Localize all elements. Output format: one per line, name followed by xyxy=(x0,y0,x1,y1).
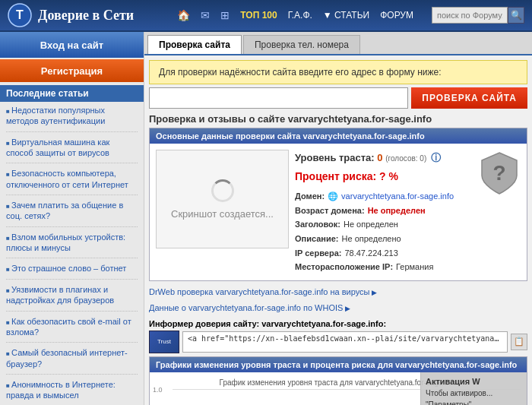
domain-row: Домен: 🌐 varvarychtetyana.for-sage.info xyxy=(295,189,473,204)
svg-text:?: ? xyxy=(492,161,505,185)
loading-spinner xyxy=(211,179,234,202)
sidebar-article-link[interactable]: Самый безопасный интернет-браузер? xyxy=(6,347,138,369)
header-row: Заголовок: Не определен xyxy=(295,217,473,232)
trust-label: Уровень траста: xyxy=(295,152,375,163)
sidebar-article-item: Анонимность в Интернете: правда и вымысе… xyxy=(6,379,138,405)
sidebar: Вход на сайт Регистрация Последние стать… xyxy=(0,32,144,405)
y-label-top: 1.0 xyxy=(153,386,163,394)
sidebar-article-item: Взлом мобильных устройств: плюсы и минус… xyxy=(6,232,138,259)
logo-text: Доверие в Сети xyxy=(38,8,134,24)
age-label: Возраст домена: xyxy=(295,204,365,218)
tab-check-phone[interactable]: Проверка тел. номера xyxy=(243,35,360,54)
sidebar-article-item: Это страшное слово – ботнет xyxy=(6,263,138,279)
main-layout: Вход на сайт Регистрация Последние стать… xyxy=(0,32,532,405)
informer-section: Информер доверия сайту: varvarychtetyana… xyxy=(149,319,527,353)
home-icon[interactable]: 🏠 xyxy=(177,9,190,21)
sidebar-article-item: Виртуальная машина как способ защиты от … xyxy=(6,137,138,164)
sidebar-article-link[interactable]: Недостатки популярных методов аутентифик… xyxy=(6,105,138,127)
sidebar-article-link[interactable]: Виртуальная машина как способ защиты от … xyxy=(6,137,138,159)
sidebar-article-link[interactable]: Взлом мобильных устройств: плюсы и минус… xyxy=(6,232,138,254)
graph-content: График изменения уровня траста для varva… xyxy=(150,372,527,405)
copy-icon[interactable]: 📋 xyxy=(511,334,527,350)
register-button[interactable]: Регистрация xyxy=(0,59,144,82)
search-button[interactable]: 🔍 xyxy=(508,7,524,24)
svg-text:T: T xyxy=(16,8,24,21)
informer-logo: Trust xyxy=(149,331,179,353)
informer-title: Информер доверия сайту: varvarychtetyana… xyxy=(149,319,527,328)
top100-link[interactable]: ТОП 100 xyxy=(240,10,277,21)
links-section: DrWeb проверка varvarychtetyana.for-sage… xyxy=(149,284,527,316)
sidebar-article-link[interactable]: Зачем платить за общение в соц. сетях? xyxy=(6,200,138,222)
virus-check-link[interactable]: DrWeb проверка varvarychtetyana.for-sage… xyxy=(149,287,377,296)
location-row: Месторасположение IP: Германия xyxy=(295,260,473,274)
desc-label: Описание: xyxy=(295,232,339,246)
percent-value: ? % xyxy=(379,170,398,182)
header-label: Заголовок: xyxy=(295,217,340,232)
percent-row: Процент риска: ? % xyxy=(295,168,473,186)
sidebar-article-item: Как обезопасить свой e-mail от взлома? xyxy=(6,316,138,343)
faq-link[interactable]: Г.А.Ф. xyxy=(288,10,312,21)
grid-icon[interactable]: ⊞ xyxy=(220,9,230,21)
informer-code: <a href="https://xn--blaefebsd1cwaan.xn-… xyxy=(182,331,508,353)
age-row: Возраст домена: Не определен xyxy=(295,204,473,218)
intro-text: Для проверки надёжности сайта введите ег… xyxy=(159,67,442,78)
forum-link[interactable]: ФОРУМ xyxy=(380,10,413,21)
percent-label: Процент риска: xyxy=(295,170,376,182)
sidebar-article-item: Уязвимости в плагинах и надстройках для … xyxy=(6,284,138,312)
domain-icon: 🌐 xyxy=(328,189,338,204)
tabs: Проверка сайта Проверка тел. номера xyxy=(144,32,532,55)
results-title: Проверка и отзывы о сайте varvarychtetya… xyxy=(149,113,527,125)
content-area: Проверка сайта Проверка тел. номера Для … xyxy=(144,32,532,405)
activation-title: Активация W xyxy=(426,377,522,386)
ip-label: IP сервера: xyxy=(295,246,341,261)
whois-link[interactable]: Данные о varvarychtetyana.for-sage.info … xyxy=(149,303,350,312)
activation-overlay: Активация W Чтобы активиров... "Параметр… xyxy=(420,372,527,405)
logo-area: T Доверие в Сети xyxy=(8,3,177,27)
sidebar-article-item: Самый безопасный интернет-браузер? xyxy=(6,347,138,375)
intro-box: Для проверки надёжности сайта введите ег… xyxy=(149,60,527,84)
info-icon[interactable]: ⓘ xyxy=(431,152,441,163)
sidebar-article-link[interactable]: Уязвимости в плагинах и надстройках для … xyxy=(6,284,138,306)
age-value: Не определен xyxy=(368,204,426,218)
url-input-row: ПРОВЕРКА САЙТА xyxy=(149,87,527,109)
login-button[interactable]: Вход на сайт xyxy=(0,32,144,58)
graph-header: Графики изменения уровня траста и процен… xyxy=(150,357,527,372)
screenshot-text: Скриншот создается... xyxy=(171,208,274,220)
sidebar-article-link[interactable]: Это страшное слово – ботнет xyxy=(6,263,138,274)
desc-value: Не определено xyxy=(342,232,401,246)
domain-label: Домен: xyxy=(295,189,325,204)
search-box: 🔍 xyxy=(432,7,524,24)
ip-row: IP сервера: 78.47.224.213 xyxy=(295,246,473,261)
activation-text: Чтобы активиров... xyxy=(426,389,522,397)
sidebar-article-item: Недостатки популярных методов аутентифик… xyxy=(6,105,138,132)
tab-check-site[interactable]: Проверка сайта xyxy=(147,35,242,54)
trust-votes: (голосов: 0) xyxy=(385,154,426,163)
nav-links: 🏠 ✉ ⊞ ТОП 100 Г.А.Ф. ▼ СТАТЬИ ФОРУМ 🔍 xyxy=(177,7,524,24)
informer-logo-text: Trust xyxy=(157,338,171,345)
activation-link: "Параметры". xyxy=(426,400,522,405)
info-panel: Уровень траста: 0 (голосов: 0) ⓘ Процент… xyxy=(295,150,473,274)
articles-link[interactable]: ▼ СТАТЬИ xyxy=(323,10,369,21)
check-site-button[interactable]: ПРОВЕРКА САЙТА xyxy=(411,87,527,109)
header-value: Не определен xyxy=(344,217,398,232)
url-input[interactable] xyxy=(149,87,408,109)
mail-icon[interactable]: ✉ xyxy=(201,9,210,21)
sidebar-article-link[interactable]: Как обезопасить свой e-mail от взлома? xyxy=(6,316,138,338)
graph-section: Графики изменения уровня траста и процен… xyxy=(149,356,527,405)
domain-value: varvarychtetyana.for-sage.info xyxy=(341,189,454,204)
screenshot-area: Скриншот создается... xyxy=(156,150,289,248)
header: T Доверие в Сети 🏠 ✉ ⊞ ТОП 100 Г.А.Ф. ▼ … xyxy=(0,0,532,32)
trust-level-row: Уровень траста: 0 (голосов: 0) ⓘ xyxy=(295,150,473,166)
logo-icon: T xyxy=(8,3,32,27)
desc-row: Описание: Не определено xyxy=(295,232,473,246)
graph-svg xyxy=(173,390,401,405)
search-input[interactable] xyxy=(432,7,508,24)
data-box-header: Основные данные проверки сайта varvarych… xyxy=(150,128,527,144)
sidebar-article-link[interactable]: Безопасность компьютера, отключенного от… xyxy=(6,168,138,190)
informer-box: Trust <a href="https://xn--blaefebsd1cwa… xyxy=(149,331,527,353)
sidebar-article-link[interactable]: Анонимность в Интернете: правда и вымысе… xyxy=(6,379,138,401)
data-box-content: Скриншот создается... Уровень траста: 0 … xyxy=(150,144,527,280)
main-data-box: Основные данные проверки сайта varvarych… xyxy=(149,128,527,281)
sidebar-articles: Недостатки популярных методов аутентифик… xyxy=(0,105,144,405)
location-value: Германия xyxy=(396,260,433,274)
